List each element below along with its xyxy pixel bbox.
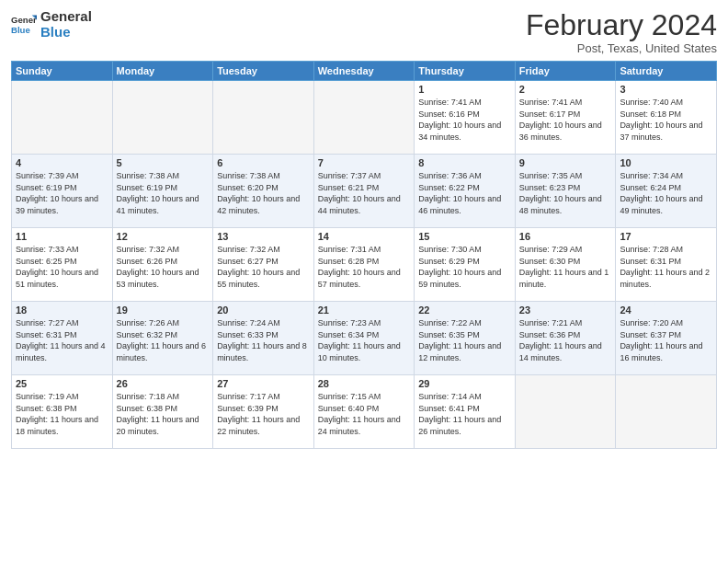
calendar-table: SundayMondayTuesdayWednesdayThursdayFrid… bbox=[11, 61, 717, 449]
day-info: Sunrise: 7:21 AMSunset: 6:36 PMDaylight:… bbox=[519, 317, 612, 363]
day-number: 13 bbox=[217, 231, 310, 242]
day-cell: 29Sunrise: 7:14 AMSunset: 6:41 PMDayligh… bbox=[415, 375, 516, 449]
day-number: 1 bbox=[418, 84, 511, 95]
day-number: 22 bbox=[418, 304, 511, 316]
day-cell bbox=[616, 375, 717, 449]
logo-blue: Blue bbox=[40, 25, 92, 40]
day-cell: 5Sunrise: 7:38 AMSunset: 6:19 PMDaylight… bbox=[112, 155, 213, 228]
day-number: 17 bbox=[620, 231, 712, 242]
day-cell: 9Sunrise: 7:35 AMSunset: 6:23 PMDaylight… bbox=[515, 155, 616, 228]
day-cell: 17Sunrise: 7:28 AMSunset: 6:31 PMDayligh… bbox=[616, 228, 717, 302]
svg-text:General: General bbox=[11, 15, 37, 25]
day-cell: 22Sunrise: 7:22 AMSunset: 6:35 PMDayligh… bbox=[415, 302, 516, 375]
day-info: Sunrise: 7:29 AMSunset: 6:30 PMDaylight:… bbox=[519, 244, 612, 290]
day-info: Sunrise: 7:40 AMSunset: 6:18 PMDaylight:… bbox=[620, 97, 712, 143]
weekday-header-wednesday: Wednesday bbox=[313, 62, 415, 81]
day-info: Sunrise: 7:14 AMSunset: 6:41 PMDaylight:… bbox=[418, 391, 511, 437]
header: General Blue General Blue February 2024 … bbox=[11, 9, 717, 55]
day-cell: 23Sunrise: 7:21 AMSunset: 6:36 PMDayligh… bbox=[515, 302, 616, 375]
weekday-header-friday: Friday bbox=[515, 62, 616, 81]
day-info: Sunrise: 7:37 AMSunset: 6:21 PMDaylight:… bbox=[318, 170, 411, 216]
weekday-header-tuesday: Tuesday bbox=[213, 62, 314, 81]
week-row-3: 11Sunrise: 7:33 AMSunset: 6:25 PMDayligh… bbox=[12, 228, 717, 302]
day-info: Sunrise: 7:31 AMSunset: 6:28 PMDaylight:… bbox=[318, 244, 411, 290]
day-cell: 20Sunrise: 7:24 AMSunset: 6:33 PMDayligh… bbox=[213, 302, 314, 375]
day-info: Sunrise: 7:26 AMSunset: 6:32 PMDaylight:… bbox=[117, 317, 210, 363]
day-cell: 19Sunrise: 7:26 AMSunset: 6:32 PMDayligh… bbox=[112, 302, 213, 375]
day-info: Sunrise: 7:28 AMSunset: 6:31 PMDaylight:… bbox=[620, 244, 712, 290]
day-info: Sunrise: 7:22 AMSunset: 6:35 PMDaylight:… bbox=[418, 317, 511, 363]
day-cell: 21Sunrise: 7:23 AMSunset: 6:34 PMDayligh… bbox=[313, 302, 415, 375]
day-number: 8 bbox=[418, 157, 511, 168]
day-cell bbox=[12, 81, 113, 155]
day-cell: 18Sunrise: 7:27 AMSunset: 6:31 PMDayligh… bbox=[12, 302, 113, 375]
day-cell: 14Sunrise: 7:31 AMSunset: 6:28 PMDayligh… bbox=[313, 228, 415, 302]
day-info: Sunrise: 7:18 AMSunset: 6:38 PMDaylight:… bbox=[117, 391, 210, 437]
day-cell: 12Sunrise: 7:32 AMSunset: 6:26 PMDayligh… bbox=[112, 228, 213, 302]
day-cell: 11Sunrise: 7:33 AMSunset: 6:25 PMDayligh… bbox=[12, 228, 113, 302]
title-block: February 2024 Post, Texas, United States bbox=[526, 9, 717, 55]
day-number: 10 bbox=[620, 157, 712, 168]
weekday-header-row: SundayMondayTuesdayWednesdayThursdayFrid… bbox=[12, 62, 717, 81]
day-cell bbox=[515, 375, 616, 449]
weekday-header-saturday: Saturday bbox=[616, 62, 717, 81]
day-cell: 3Sunrise: 7:40 AMSunset: 6:18 PMDaylight… bbox=[616, 81, 717, 155]
day-number: 26 bbox=[117, 378, 210, 389]
day-info: Sunrise: 7:38 AMSunset: 6:20 PMDaylight:… bbox=[217, 170, 310, 216]
day-cell bbox=[112, 81, 213, 155]
day-cell: 24Sunrise: 7:20 AMSunset: 6:37 PMDayligh… bbox=[616, 302, 717, 375]
day-info: Sunrise: 7:30 AMSunset: 6:29 PMDaylight:… bbox=[418, 244, 511, 290]
day-number: 3 bbox=[620, 84, 712, 95]
day-number: 28 bbox=[318, 378, 411, 389]
day-number: 18 bbox=[16, 304, 108, 316]
day-cell: 7Sunrise: 7:37 AMSunset: 6:21 PMDaylight… bbox=[313, 155, 415, 228]
day-number: 27 bbox=[217, 378, 310, 389]
day-cell: 15Sunrise: 7:30 AMSunset: 6:29 PMDayligh… bbox=[415, 228, 516, 302]
day-cell: 8Sunrise: 7:36 AMSunset: 6:22 PMDaylight… bbox=[415, 155, 516, 228]
day-number: 23 bbox=[519, 304, 612, 316]
location: Post, Texas, United States bbox=[526, 41, 717, 55]
week-row-4: 18Sunrise: 7:27 AMSunset: 6:31 PMDayligh… bbox=[12, 302, 717, 375]
day-number: 14 bbox=[318, 231, 411, 242]
logo-general: General bbox=[40, 9, 92, 25]
day-info: Sunrise: 7:41 AMSunset: 6:17 PMDaylight:… bbox=[519, 97, 612, 143]
day-number: 15 bbox=[418, 231, 511, 242]
day-number: 5 bbox=[117, 157, 210, 168]
day-cell: 16Sunrise: 7:29 AMSunset: 6:30 PMDayligh… bbox=[515, 228, 616, 302]
week-row-1: 1Sunrise: 7:41 AMSunset: 6:16 PMDaylight… bbox=[12, 81, 717, 155]
day-cell bbox=[313, 81, 415, 155]
day-info: Sunrise: 7:24 AMSunset: 6:33 PMDaylight:… bbox=[217, 317, 310, 363]
day-number: 24 bbox=[620, 304, 712, 316]
day-number: 25 bbox=[16, 378, 108, 389]
logo-icon: General Blue bbox=[11, 12, 37, 38]
day-cell: 25Sunrise: 7:19 AMSunset: 6:38 PMDayligh… bbox=[12, 375, 113, 449]
day-number: 29 bbox=[418, 378, 511, 389]
day-cell: 4Sunrise: 7:39 AMSunset: 6:19 PMDaylight… bbox=[12, 155, 113, 228]
day-number: 12 bbox=[117, 231, 210, 242]
day-number: 4 bbox=[16, 157, 108, 168]
day-info: Sunrise: 7:39 AMSunset: 6:19 PMDaylight:… bbox=[16, 170, 108, 216]
day-number: 6 bbox=[217, 157, 310, 168]
day-cell: 6Sunrise: 7:38 AMSunset: 6:20 PMDaylight… bbox=[213, 155, 314, 228]
day-info: Sunrise: 7:36 AMSunset: 6:22 PMDaylight:… bbox=[418, 170, 511, 216]
day-number: 9 bbox=[519, 157, 612, 168]
week-row-5: 25Sunrise: 7:19 AMSunset: 6:38 PMDayligh… bbox=[12, 375, 717, 449]
day-info: Sunrise: 7:32 AMSunset: 6:27 PMDaylight:… bbox=[217, 244, 310, 290]
weekday-header-thursday: Thursday bbox=[415, 62, 516, 81]
day-info: Sunrise: 7:23 AMSunset: 6:34 PMDaylight:… bbox=[318, 317, 411, 363]
day-info: Sunrise: 7:27 AMSunset: 6:31 PMDaylight:… bbox=[16, 317, 108, 363]
day-info: Sunrise: 7:41 AMSunset: 6:16 PMDaylight:… bbox=[418, 97, 511, 143]
day-number: 20 bbox=[217, 304, 310, 316]
day-cell: 13Sunrise: 7:32 AMSunset: 6:27 PMDayligh… bbox=[213, 228, 314, 302]
day-info: Sunrise: 7:19 AMSunset: 6:38 PMDaylight:… bbox=[16, 391, 108, 437]
page: General Blue General Blue February 2024 … bbox=[0, 0, 728, 563]
day-cell: 2Sunrise: 7:41 AMSunset: 6:17 PMDaylight… bbox=[515, 81, 616, 155]
day-number: 7 bbox=[318, 157, 411, 168]
svg-text:Blue: Blue bbox=[11, 24, 30, 34]
day-number: 21 bbox=[318, 304, 411, 316]
day-info: Sunrise: 7:20 AMSunset: 6:37 PMDaylight:… bbox=[620, 317, 712, 363]
day-number: 11 bbox=[16, 231, 108, 242]
logo: General Blue General Blue bbox=[11, 9, 92, 40]
day-cell: 27Sunrise: 7:17 AMSunset: 6:39 PMDayligh… bbox=[213, 375, 314, 449]
day-info: Sunrise: 7:34 AMSunset: 6:24 PMDaylight:… bbox=[620, 170, 712, 216]
